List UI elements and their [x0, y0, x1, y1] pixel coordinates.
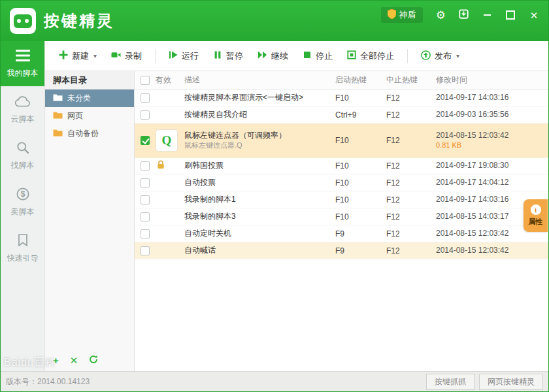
minimize-button[interactable] [482, 10, 492, 20]
folder-icon [53, 129, 63, 139]
pause-icon [213, 50, 222, 61]
app-title: 按键精灵 [44, 10, 114, 31]
toolbar-separator [155, 49, 156, 63]
folder-label: 自动备份 [67, 128, 99, 139]
folder-label: 未分类 [67, 93, 91, 104]
sidebar-item-quick-guide[interactable]: 快速引导 [1, 225, 44, 272]
abort-hotkey: F12 [386, 161, 436, 171]
table-row[interactable]: 刷韩国投票 F10 F12 2014-09-17 19:08:30 [135, 157, 548, 174]
properties-tab[interactable]: i 属性 [524, 199, 548, 232]
row-checkbox[interactable] [141, 110, 150, 120]
start-hotkey: F10 [335, 161, 386, 171]
add-folder-button[interactable]: + [53, 355, 59, 365]
abort-hotkey: F12 [386, 246, 436, 255]
column-header-description[interactable]: 描述 [184, 74, 335, 86]
shield-label: 神盾 [399, 9, 416, 21]
web-quickmacro-button[interactable]: 网页按键精灵 [479, 374, 543, 390]
svg-text:$: $ [20, 189, 25, 199]
column-header-start-hotkey[interactable]: 启动热键 [335, 74, 386, 86]
folder-item-web[interactable]: 网页 [45, 107, 134, 125]
content-area: 新建 ▾ 录制 运行 暂停 继续 [45, 41, 548, 371]
stop-all-button[interactable]: 全部停止 [340, 46, 401, 66]
shield-icon [388, 9, 396, 21]
script-q-icon: Q [156, 129, 178, 152]
folder-icon [53, 93, 63, 103]
fast-forward-icon [258, 50, 267, 61]
refresh-button[interactable] [89, 355, 98, 365]
folder-icon [53, 111, 63, 121]
table-row[interactable]: 我录制的脚本1 F10 F12 2014-09-17 14:03:16 [135, 191, 548, 208]
settings-gear-icon[interactable]: ⚙ [436, 10, 446, 21]
sidebar-item-cloud-scripts[interactable]: 云脚本 [1, 86, 44, 133]
modified-time: 2014-09-03 16:35:56 [436, 110, 548, 120]
sidebar-item-sell-scripts[interactable]: $ 卖脚本 [1, 179, 44, 225]
pause-button[interactable]: 暂停 [206, 46, 250, 66]
row-checkbox[interactable] [141, 195, 150, 204]
row-checkbox[interactable] [141, 178, 150, 188]
abort-hotkey: F12 [386, 136, 436, 145]
shield-button[interactable]: 神盾 [381, 7, 423, 23]
table-row[interactable]: 我录制的脚本3 F10 F12 2014-08-15 14:03:17 [135, 208, 548, 225]
row-checkbox[interactable] [141, 212, 150, 221]
modified-time: 2014-09-17 14:03:16 [436, 93, 548, 103]
new-button[interactable]: 新建 ▾ [52, 46, 104, 66]
row-checkbox[interactable] [141, 246, 150, 255]
upload-circle-icon [421, 50, 431, 62]
stop-button[interactable]: 停止 [295, 46, 340, 66]
sidebar-item-find-scripts[interactable]: 找脚本 [1, 133, 44, 179]
start-hotkey: F10 [335, 178, 386, 188]
start-hotkey: F9 [335, 229, 386, 238]
camera-icon [111, 50, 121, 61]
delete-folder-button[interactable]: ✕ [70, 355, 78, 365]
row-checkbox[interactable] [141, 136, 150, 145]
abort-hotkey: F12 [386, 93, 436, 103]
key-grabber-button[interactable]: 按键抓抓 [426, 374, 474, 390]
search-icon [16, 140, 30, 155]
record-button[interactable]: 录制 [104, 46, 149, 66]
start-hotkey: F10 [335, 195, 386, 204]
row-checkbox[interactable] [141, 93, 150, 103]
toolbar: 新建 ▾ 录制 运行 暂停 继续 [45, 41, 548, 71]
script-description: 按键精灵自我介绍 [184, 110, 335, 120]
resume-button[interactable]: 继续 [250, 46, 295, 66]
select-all-checkbox[interactable] [141, 76, 150, 85]
table-body: 按键精灵脚本界面演示<一键启动> F10 F12 2014-09-17 14:0… [135, 90, 548, 371]
start-hotkey: Ctrl+9 [335, 110, 386, 120]
table-row[interactable]: 按键精灵自我介绍 Ctrl+9 F12 2014-09-03 16:35:56 [135, 106, 548, 123]
tray-icon[interactable] [459, 9, 469, 22]
run-button[interactable]: 运行 [161, 46, 206, 66]
titlebar: 按键精灵 神盾 ⚙ ✕ [1, 1, 548, 41]
publish-button[interactable]: 发布 ▾ [414, 46, 467, 66]
row-checkbox[interactable] [141, 229, 150, 238]
close-button[interactable]: ✕ [529, 10, 539, 20]
app-window: 按键精灵 神盾 ⚙ ✕ 我的脚本 [0, 0, 549, 392]
script-description: 刷韩国投票 [184, 161, 335, 171]
table-row[interactable]: 自动投票 F10 F12 2014-09-17 14:04:12 [135, 174, 548, 191]
maximize-button[interactable] [505, 10, 516, 20]
script-table: 有效 描述 启动热键 中止热键 修改时间 [135, 71, 548, 371]
table-row[interactable]: 自动喊话 F9 F12 2014-08-15 12:03:42 [135, 242, 548, 259]
dollar-icon: $ [16, 186, 30, 202]
sidebar-item-label: 找脚本 [11, 160, 35, 171]
side-navigation: 我的脚本 云脚本 找脚本 $ 卖脚本 [1, 41, 45, 371]
column-header-modified[interactable]: 修改时间 [436, 74, 548, 86]
sidebar-item-label: 云脚本 [11, 114, 35, 125]
properties-tab-label: 属性 [529, 217, 543, 227]
table-row[interactable]: 自动定时关机 F9 F12 2014-08-15 12:03:42 [135, 225, 548, 242]
folder-item-auto-backup[interactable]: 自动备份 [45, 125, 134, 142]
titlebar-controls: 神盾 ⚙ ✕ [381, 7, 539, 23]
stop-icon [303, 50, 312, 61]
column-header-abort-hotkey[interactable]: 中止热键 [386, 74, 436, 86]
script-description: 鼠标左键连点器（可调频率） [184, 131, 335, 140]
table-row[interactable]: 按键精灵脚本界面演示<一键启动> F10 F12 2014-09-17 14:0… [135, 90, 548, 106]
column-header-valid[interactable]: 有效 [156, 74, 184, 86]
folder-item-uncategorized[interactable]: 未分类 [45, 90, 134, 107]
abort-hotkey: F12 [386, 212, 436, 221]
script-directory-panel: 脚本目录 未分类 网页 自动备份 + ✕ [45, 71, 135, 371]
row-checkbox[interactable] [141, 161, 150, 171]
file-size: 0.81 KB [436, 140, 548, 150]
app-logo-icon [10, 8, 36, 34]
table-header-row: 有效 描述 启动热键 中止热键 修改时间 [135, 71, 548, 90]
sidebar-item-my-scripts[interactable]: 我的脚本 [1, 41, 44, 86]
table-row[interactable]: Q 鼠标左键连点器（可调频率） 鼠标左键连点器.Q F10 F12 2014-0… [135, 123, 548, 157]
